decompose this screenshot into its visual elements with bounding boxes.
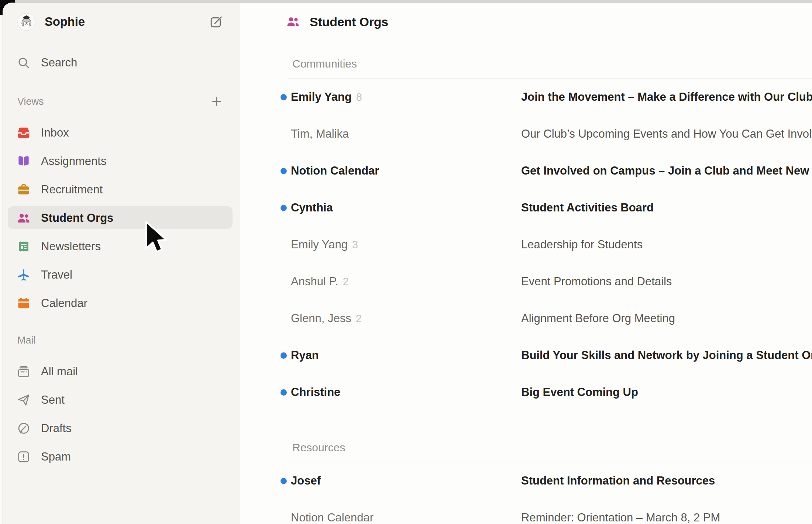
row-sender: Notion Calendar xyxy=(291,511,374,524)
mail-row[interactable]: Emily Yang8 Join the Movement – Make a D… xyxy=(240,79,812,116)
views-section-header: Views xyxy=(3,85,240,118)
sidebar-item-inbox[interactable]: Inbox xyxy=(3,118,240,147)
spam-icon xyxy=(17,450,31,464)
inbox-icon xyxy=(17,126,31,140)
briefcase-icon xyxy=(17,183,31,197)
section-resources: Resources Josef Student Information and … xyxy=(240,437,812,524)
unread-dot-icon xyxy=(281,168,287,174)
row-subject: Leadership for Students xyxy=(521,238,812,251)
compose-icon[interactable] xyxy=(209,15,223,29)
people-icon xyxy=(286,15,300,29)
sidebar-item-drafts[interactable]: Drafts xyxy=(3,414,240,442)
row-sender: Emily Yang xyxy=(291,238,348,251)
sidebar-item-all-mail[interactable]: All mail xyxy=(3,357,240,386)
sidebar-item-recruitment[interactable]: Recruitment xyxy=(3,175,240,204)
row-sender: Ryan xyxy=(291,349,319,362)
section-communities: Communities Emily Yang8 Join the Movemen… xyxy=(240,54,812,411)
unread-dot-icon xyxy=(281,352,287,359)
people-icon xyxy=(17,211,31,225)
row-subject: Join the Movement – Make a Difference wi… xyxy=(521,90,812,104)
sidebar-item-newsletters[interactable]: Newsletters xyxy=(3,232,240,261)
all-mail-icon xyxy=(17,365,31,379)
sidebar: Sophie Search Views xyxy=(3,3,240,524)
mail-row[interactable]: Notion Calendar Get Involved on Campus –… xyxy=(240,152,812,189)
avatar[interactable] xyxy=(17,13,35,31)
unread-dot-icon xyxy=(281,389,287,396)
search-label: Search xyxy=(41,56,77,69)
account-header: Sophie xyxy=(3,3,240,41)
desktop-top-edge xyxy=(0,0,812,3)
search-button[interactable]: Search xyxy=(3,41,240,85)
sidebar-mail-list: All mail Sent Drafts Spam xyxy=(3,357,240,471)
row-subject: Reminder: Orientation – March 8, 2 PM xyxy=(521,511,812,524)
row-subject: Student Activities Board xyxy=(521,201,812,214)
mail-header-label: Mail xyxy=(17,335,36,346)
calendar-icon xyxy=(17,296,31,310)
row-thread-count: 8 xyxy=(356,91,362,103)
sent-icon xyxy=(17,393,31,407)
sidebar-item-spam[interactable]: Spam xyxy=(3,442,240,471)
mail-row[interactable]: Christine Big Event Coming Up xyxy=(240,374,812,411)
mail-row[interactable]: Glenn, Jess2 Alignment Before Org Meetin… xyxy=(240,300,812,337)
row-sender: Notion Calendar xyxy=(291,164,379,177)
newsletter-icon xyxy=(17,239,31,254)
view-title-bar: Student Orgs xyxy=(240,3,812,41)
page-title: Student Orgs xyxy=(310,15,388,29)
desktop-left-edge xyxy=(0,3,3,524)
row-subject: Get Involved on Campus – Join a Club and… xyxy=(521,164,812,177)
sections-container: Communities Emily Yang8 Join the Movemen… xyxy=(240,54,812,524)
app-window: Sophie Search Views xyxy=(3,3,812,524)
row-thread-count: 2 xyxy=(343,276,349,287)
section-header: Resources xyxy=(292,437,812,458)
mail-row[interactable]: Tim, Malika Our Club’s Upcoming Events a… xyxy=(240,116,812,152)
row-subject: Big Event Coming Up xyxy=(521,386,812,399)
views-header-label: Views xyxy=(17,96,44,107)
unread-dot-icon xyxy=(281,94,287,100)
row-subject: Our Club’s Upcoming Events and How You C… xyxy=(521,127,812,141)
add-view-icon[interactable] xyxy=(210,95,223,108)
row-sender: Josef xyxy=(291,474,321,487)
section-rows: Josef Student Information and Resources … xyxy=(240,462,812,524)
mail-row[interactable]: Josef Student Information and Resources xyxy=(240,462,812,499)
mail-row[interactable]: Anshul P.2 Event Promotions and Details xyxy=(240,263,812,300)
sidebar-item-calendar[interactable]: Calendar xyxy=(3,289,240,317)
sidebar-item-travel[interactable]: Travel xyxy=(3,261,240,289)
section-rows: Emily Yang8 Join the Movement – Make a D… xyxy=(240,79,812,411)
unread-dot-icon xyxy=(281,478,287,484)
sidebar-item-sent[interactable]: Sent xyxy=(3,386,240,414)
row-sender: Cynthia xyxy=(291,201,333,214)
mail-section-header: Mail xyxy=(3,323,240,357)
search-icon xyxy=(17,56,31,70)
mail-row[interactable]: Notion Calendar Reminder: Orientation – … xyxy=(240,499,812,524)
row-sender: Anshul P. xyxy=(291,275,338,288)
drafts-icon xyxy=(17,421,31,435)
row-subject: Alignment Before Org Meeting xyxy=(521,312,812,325)
message-list-pane: Student Orgs Communities Emily Yang8 Joi… xyxy=(240,3,812,524)
row-subject: Student Information and Resources xyxy=(521,474,812,487)
section-header: Communities xyxy=(292,54,812,74)
mail-row[interactable]: Cynthia Student Activities Board xyxy=(240,189,812,226)
row-thread-count: 3 xyxy=(352,239,358,251)
mail-row[interactable]: Ryan Build Your Skills and Network by Jo… xyxy=(240,337,812,374)
mail-row[interactable]: Emily Yang3 Leadership for Students xyxy=(240,226,812,263)
book-icon xyxy=(17,154,31,168)
row-sender: Tim, Malika xyxy=(291,127,349,140)
unread-dot-icon xyxy=(281,205,287,211)
row-thread-count: 2 xyxy=(356,313,362,324)
sidebar-item-assignments[interactable]: Assignments xyxy=(3,147,240,175)
account-name: Sophie xyxy=(45,15,85,29)
row-sender: Christine xyxy=(291,386,340,399)
plane-icon xyxy=(17,268,31,282)
row-subject: Event Promotions and Details xyxy=(521,275,812,288)
sidebar-views-list: Inbox Assignments Recruitment Student Or… xyxy=(3,118,240,317)
row-sender: Glenn, Jess xyxy=(291,312,351,325)
sidebar-item-student-orgs[interactable]: Student Orgs xyxy=(3,204,240,232)
row-sender: Emily Yang xyxy=(291,90,352,103)
row-subject: Build Your Skills and Network by Joining… xyxy=(521,349,812,362)
